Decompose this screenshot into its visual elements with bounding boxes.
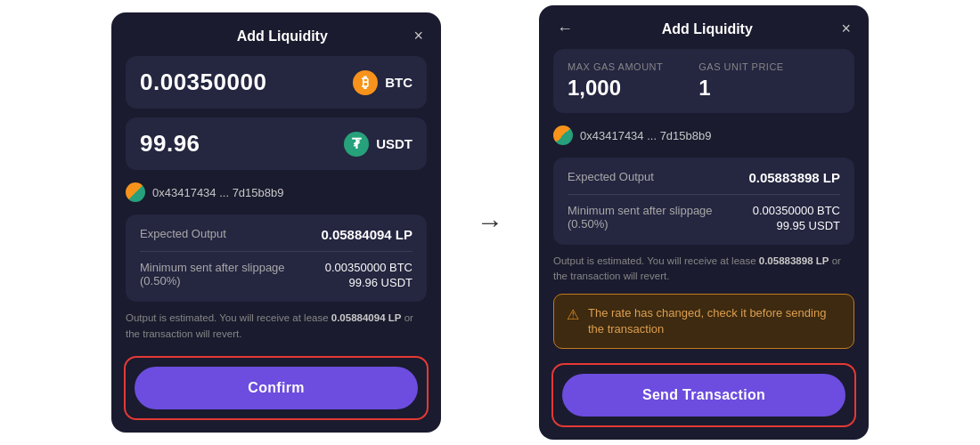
btc-token-name: BTC [385,75,412,90]
right-modal-close-button[interactable]: × [841,20,851,38]
right-estimated-note: Output is estimated. You will receive at… [553,254,854,285]
gas-box: Max Gas Amount 1,000 Gas Unit Price 1 [553,49,854,113]
left-modal-header: Add Liquidity × [111,12,441,56]
gas-amount-label: Max Gas Amount [568,61,663,72]
right-modal-title: Add Liquidity [573,21,841,37]
usdt-icon: ₮ [344,132,369,157]
right-address-row: 0x43417434 ... 7d15b8b9 [553,122,854,149]
btc-token-label: ₿ BTC [353,70,412,95]
right-expected-output-row: Expected Output 0.05883898 LP [568,170,840,185]
right-modal: ← Add Liquidity × Max Gas Amount 1,000 G… [539,5,869,440]
gas-amount-col: Max Gas Amount 1,000 [568,61,663,101]
btc-amount: 0.00350000 [140,69,266,96]
usdt-input-box: 99.96 ₮ USDT [126,117,427,170]
right-address-avatar [553,125,573,145]
left-slippage-label: Minimum sent after slippage (0.50%) [140,261,300,287]
right-modal-header: ← Add Liquidity × [539,5,869,49]
left-address-text: 0x43417434 ... 7d15b8b9 [152,186,283,199]
gas-price-col: Gas Unit Price 1 [698,61,783,101]
warning-icon: ⚠ [567,306,579,323]
btc-icon: ₿ [353,70,378,95]
left-address-row: 0x43417434 ... 7d15b8b9 [126,179,427,206]
right-slippage-usdt: 99.95 USDT [753,219,840,232]
left-modal: Add Liquidity × 0.00350000 ₿ BTC 99.96 ₮… [111,12,441,433]
right-btn-highlight: Send Transaction [551,363,856,427]
right-info-divider [568,194,840,195]
right-expected-output-value: 0.05883898 LP [748,170,840,185]
warning-box: ⚠ The rate has changed, check it before … [553,294,854,349]
right-address-text: 0x43417434 ... 7d15b8b9 [580,129,711,142]
left-address-avatar [126,182,145,202]
usdt-amount: 99.96 [140,130,200,158]
left-slippage-row: Minimum sent after slippage (0.50%) 0.00… [140,261,412,289]
gas-price-label: Gas Unit Price [698,61,783,72]
right-info-box: Expected Output 0.05883898 LP Minimum se… [553,158,854,245]
left-expected-output-row: Expected Output 0.05884094 LP [140,227,412,242]
back-button[interactable]: ← [557,20,573,38]
scene: Add Liquidity × 0.00350000 ₿ BTC 99.96 ₮… [0,0,980,445]
right-slippage-row: Minimum sent after slippage (0.50%) 0.00… [568,204,840,232]
left-expected-output-value: 0.05884094 LP [321,227,412,242]
left-slippage-values: 0.00350000 BTC 99.96 USDT [325,261,412,289]
right-modal-body: Max Gas Amount 1,000 Gas Unit Price 1 0x… [539,49,869,363]
left-estimated-note: Output is estimated. You will receive at… [126,311,427,342]
left-info-divider [140,251,412,252]
warning-text: The rate has changed, check it before se… [588,305,841,337]
right-slippage-btc: 0.00350000 BTC [753,204,840,217]
left-modal-body: 0.00350000 ₿ BTC 99.96 ₮ USDT 0x43417434… [111,56,441,356]
right-slippage-label: Minimum sent after slippage (0.50%) [568,204,728,231]
arrow: → [477,207,503,238]
left-btn-section: Confirm [111,356,441,433]
send-transaction-button[interactable]: Send Transaction [562,374,845,417]
gas-amount-value: 1,000 [568,76,663,101]
usdt-token-label: ₮ USDT [344,132,412,157]
confirm-button[interactable]: Confirm [135,367,418,409]
left-modal-close-button[interactable]: × [413,27,423,45]
left-slippage-usdt: 99.96 USDT [325,276,412,289]
right-slippage-values: 0.00350000 BTC 99.95 USDT [753,204,840,232]
left-info-box: Expected Output 0.05884094 LP Minimum se… [126,214,427,302]
left-btn-highlight: Confirm [124,356,429,420]
gas-price-value: 1 [698,76,783,101]
left-modal-title: Add Liquidity [151,28,413,44]
usdt-token-name: USDT [376,136,412,151]
btc-input-box: 0.00350000 ₿ BTC [126,56,427,109]
left-slippage-btc: 0.00350000 BTC [325,261,412,274]
left-expected-output-label: Expected Output [140,227,226,240]
right-btn-section: Send Transaction [539,363,869,440]
right-expected-output-label: Expected Output [568,170,654,183]
